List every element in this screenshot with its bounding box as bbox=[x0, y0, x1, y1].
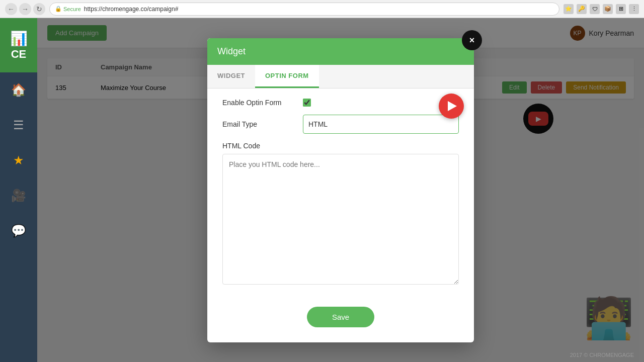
sidebar-logo: 📊 CE bbox=[0, 18, 37, 72]
extension-icon-2[interactable]: 🛡 bbox=[590, 4, 600, 14]
sidebar-item-camera[interactable]: 🎥 bbox=[0, 178, 37, 213]
email-type-row: Email Type bbox=[222, 115, 459, 134]
sidebar-item-home[interactable]: 🏠 bbox=[0, 72, 37, 108]
bookmark-icon[interactable]: ⭐ bbox=[564, 4, 574, 14]
save-area: Save bbox=[207, 297, 474, 332]
secure-badge: 🔒 Secure bbox=[55, 6, 81, 12]
modal-title: Widget bbox=[217, 46, 246, 56]
nav-buttons: ← → ↻ bbox=[5, 3, 45, 15]
main-content: 📊 CE 🏠 ☰ ★ 🎥 💬 Add Campaign KP Kory Pear… bbox=[0, 18, 644, 362]
extension-icon-1[interactable]: 🔑 bbox=[577, 4, 587, 14]
tab-optin-form[interactable]: OPTIN FORM bbox=[255, 65, 319, 88]
play-button[interactable] bbox=[439, 94, 464, 119]
footer: 2017 © CHROMENGAGE bbox=[570, 352, 634, 358]
modal-body: WIDGET OPTIN FORM bbox=[207, 65, 474, 342]
sidebar-item-menu[interactable]: ☰ bbox=[0, 108, 37, 143]
back-button[interactable]: ← bbox=[5, 3, 17, 15]
html-code-section: HTML Code bbox=[222, 142, 459, 287]
enable-optin-row: Enable Optin Form bbox=[222, 99, 459, 107]
form-content: Enable Optin Form Email Type HTML Code bbox=[207, 88, 474, 297]
modal-header: Widget bbox=[207, 38, 474, 65]
logo-icon: 📊 bbox=[10, 30, 28, 47]
email-type-input[interactable] bbox=[303, 115, 459, 134]
logo-text: CE bbox=[11, 48, 27, 61]
page-background: Add Campaign KP Kory Pearman ▶ 🧑‍💻 ID Ca… bbox=[37, 18, 644, 362]
html-code-label: HTML Code bbox=[222, 142, 459, 150]
enable-optin-label: Enable Optin Form bbox=[222, 99, 293, 107]
play-icon bbox=[448, 101, 457, 111]
browser-actions: ⭐ 🔑 🛡 📦 ⊞ ⋮ bbox=[564, 4, 639, 14]
extension-icon-3[interactable]: 📦 bbox=[603, 4, 613, 14]
sidebar: 📊 CE 🏠 ☰ ★ 🎥 💬 bbox=[0, 18, 37, 362]
forward-button[interactable]: → bbox=[19, 3, 31, 15]
browser-chrome: ← → ↻ 🔒 Secure https://chromengage.co/ca… bbox=[0, 0, 644, 18]
sidebar-item-chat[interactable]: 💬 bbox=[0, 213, 37, 248]
more-icon[interactable]: ⋮ bbox=[629, 4, 639, 14]
html-code-textarea[interactable] bbox=[222, 154, 459, 285]
widget-modal: × Widget WIDGET OPTIN FORM bbox=[207, 38, 474, 342]
modal-close-button[interactable]: × bbox=[462, 30, 482, 50]
modal-tabs: WIDGET OPTIN FORM bbox=[207, 65, 474, 88]
url-text: https://chromengage.co/campaign# bbox=[84, 6, 178, 13]
address-bar[interactable]: 🔒 Secure https://chromengage.co/campaign… bbox=[49, 3, 559, 16]
email-type-label: Email Type bbox=[222, 120, 293, 128]
enable-optin-checkbox[interactable] bbox=[303, 99, 311, 107]
save-button[interactable]: Save bbox=[307, 307, 374, 327]
sidebar-item-favorites[interactable]: ★ bbox=[0, 143, 37, 178]
refresh-button[interactable]: ↻ bbox=[33, 3, 45, 15]
tab-widget[interactable]: WIDGET bbox=[207, 65, 255, 88]
modal-overlay: × Widget WIDGET OPTIN FORM bbox=[37, 18, 644, 362]
extension-icon-4[interactable]: ⊞ bbox=[616, 4, 626, 14]
